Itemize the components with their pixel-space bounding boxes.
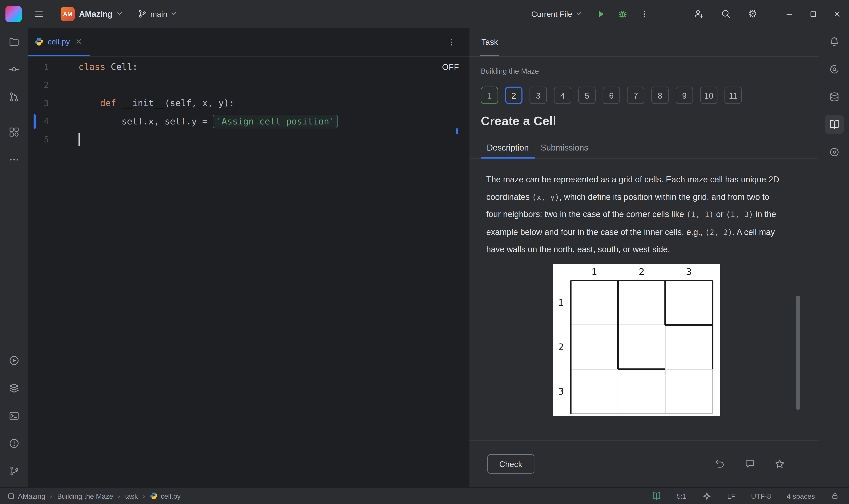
editor-tab-cellpy[interactable]: cell.py ✕ bbox=[28, 28, 90, 56]
right-tool-stripe bbox=[819, 28, 849, 487]
task-description: The maze can be represented as a grid of… bbox=[486, 171, 783, 258]
debug-button[interactable] bbox=[613, 4, 632, 23]
course-progress-widget[interactable] bbox=[652, 491, 661, 501]
code-line-5[interactable]: 5 bbox=[28, 130, 469, 148]
project-widget[interactable]: AM AMazing bbox=[60, 7, 122, 21]
close-button[interactable] bbox=[825, 0, 849, 28]
text-caret bbox=[78, 133, 79, 146]
run-configuration-selector[interactable]: Current File bbox=[531, 10, 581, 18]
line-number: 5 bbox=[28, 134, 78, 144]
code-line-2[interactable]: 2 bbox=[28, 76, 469, 94]
chevron-down-icon bbox=[171, 12, 177, 16]
python-packages-tool-button[interactable] bbox=[825, 142, 844, 162]
comment-button[interactable] bbox=[741, 458, 759, 470]
version-control-tool-button[interactable] bbox=[4, 461, 23, 481]
run-tool-button[interactable] bbox=[4, 351, 23, 370]
project-mini-icon bbox=[7, 492, 15, 499]
breadcrumb-lesson[interactable]: Building the Maze bbox=[57, 492, 113, 500]
step-button-7[interactable]: 7 bbox=[627, 87, 644, 104]
commit-tool-button[interactable] bbox=[4, 59, 23, 79]
ai-status-widget[interactable] bbox=[702, 491, 711, 501]
favorite-button[interactable] bbox=[771, 458, 788, 470]
code-with-me-button[interactable] bbox=[689, 4, 708, 23]
tab-close-icon[interactable]: ✕ bbox=[74, 36, 83, 47]
breadcrumb-file[interactable]: cell.py bbox=[150, 492, 181, 500]
project-avatar: AM bbox=[60, 7, 75, 21]
task-footer: Check bbox=[469, 440, 819, 487]
problems-icon bbox=[8, 438, 19, 449]
task-tabs: Description Submissions bbox=[469, 137, 819, 159]
branch-widget[interactable]: main bbox=[137, 9, 177, 19]
readonly-widget[interactable] bbox=[831, 492, 839, 500]
vcs-change-marker bbox=[34, 114, 36, 129]
placeholder-box[interactable]: 'Assign cell position' bbox=[213, 115, 338, 128]
breadcrumb: AMazing › Building the Maze › task › cel… bbox=[7, 492, 181, 500]
terminal-tool-button[interactable] bbox=[4, 406, 23, 426]
structure-tool-button[interactable] bbox=[4, 122, 23, 142]
pull-requests-tool-button[interactable] bbox=[4, 87, 23, 107]
code-line-1[interactable]: 1class Cell: bbox=[28, 58, 469, 76]
breadcrumb-separator: › bbox=[118, 492, 120, 500]
code-area[interactable]: OFF 1class Cell:23 def __init__(self, x,… bbox=[28, 57, 469, 488]
problems-tool-button[interactable] bbox=[4, 434, 23, 453]
maximize-button[interactable] bbox=[801, 0, 825, 28]
code-line-4[interactable]: 4 self.x, self.y = 'Assign cell position… bbox=[28, 112, 469, 130]
undo-icon bbox=[715, 458, 726, 469]
search-everywhere-button[interactable] bbox=[716, 4, 735, 23]
task-tool-tab[interactable]: Task bbox=[480, 28, 499, 56]
close-icon bbox=[833, 10, 842, 18]
tab-submissions[interactable]: Submissions bbox=[535, 137, 594, 158]
indent-widget[interactable]: 4 spaces bbox=[787, 492, 815, 500]
task-tool-tab-label: Task bbox=[481, 37, 498, 47]
step-button-2[interactable]: 2 bbox=[505, 87, 522, 104]
cursor-position-widget[interactable]: 5:1 bbox=[677, 492, 686, 500]
code-line-3[interactable]: 3 def __init__(self, x, y): bbox=[28, 94, 469, 112]
tab-description[interactable]: Description bbox=[481, 137, 535, 158]
left-tool-stripe bbox=[0, 28, 28, 487]
database-tool-button[interactable] bbox=[825, 87, 844, 107]
course-tool-button[interactable] bbox=[825, 115, 844, 134]
svg-text:3: 3 bbox=[686, 266, 691, 277]
step-button-6[interactable]: 6 bbox=[603, 87, 620, 104]
chevron-down-icon bbox=[117, 12, 122, 16]
step-button-11[interactable]: 11 bbox=[724, 87, 742, 104]
branch-name: main bbox=[150, 10, 167, 18]
debug-bug-icon bbox=[618, 9, 628, 19]
services-tool-button[interactable] bbox=[4, 378, 23, 398]
settings-button[interactable]: ⚙ bbox=[743, 4, 762, 23]
project-tool-button[interactable] bbox=[4, 32, 23, 51]
main-menu-button[interactable] bbox=[29, 4, 49, 23]
folder-icon bbox=[8, 36, 19, 47]
line-ending-widget[interactable]: LF bbox=[727, 492, 735, 500]
step-button-10[interactable]: 10 bbox=[700, 87, 718, 104]
breadcrumb-task[interactable]: task bbox=[125, 492, 138, 500]
comment-icon bbox=[744, 458, 755, 469]
step-button-5[interactable]: 5 bbox=[578, 87, 596, 104]
ide-logo bbox=[5, 6, 21, 22]
lock-icon bbox=[831, 492, 839, 500]
kebab-menu-icon bbox=[447, 38, 456, 47]
more-dots-icon bbox=[8, 154, 19, 165]
lesson-name: Building the Maze bbox=[481, 67, 819, 75]
breadcrumb-project[interactable]: AMazing bbox=[7, 492, 45, 500]
reset-button[interactable] bbox=[711, 458, 729, 470]
step-button-8[interactable]: 8 bbox=[651, 87, 669, 104]
notifications-tool-button[interactable] bbox=[825, 32, 844, 51]
more-actions-button[interactable] bbox=[634, 4, 654, 23]
step-button-4[interactable]: 4 bbox=[554, 87, 571, 104]
run-button[interactable] bbox=[591, 4, 611, 23]
task-title: Create a Cell bbox=[481, 114, 819, 128]
step-button-9[interactable]: 9 bbox=[676, 87, 693, 104]
ai-assistant-tool-button[interactable] bbox=[825, 59, 844, 79]
task-panel: Task Building the Maze 1234567891011 Cre… bbox=[469, 28, 819, 487]
check-button[interactable]: Check bbox=[487, 454, 534, 474]
tab-options-button[interactable] bbox=[444, 37, 459, 47]
encoding-widget[interactable]: UTF-8 bbox=[751, 492, 771, 500]
svg-text:3: 3 bbox=[558, 386, 564, 397]
scrollbar-thumb[interactable] bbox=[796, 295, 800, 410]
minimize-button[interactable] bbox=[778, 0, 801, 28]
window-controls bbox=[778, 0, 849, 28]
step-button-3[interactable]: 3 bbox=[529, 87, 547, 104]
more-tools-button[interactable] bbox=[4, 150, 23, 169]
step-button-1[interactable]: 1 bbox=[481, 87, 498, 104]
